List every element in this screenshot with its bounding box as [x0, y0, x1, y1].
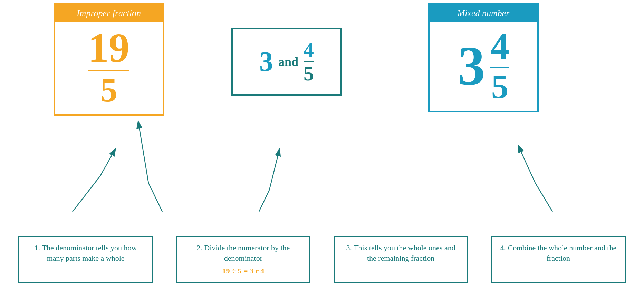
- mixed-number-card: Mixed number 3 4 5: [428, 3, 539, 112]
- middle-denominator: 5: [304, 63, 314, 84]
- mixed-denominator: 5: [491, 69, 509, 104]
- middle-and-text: and: [278, 55, 298, 69]
- annotation-3: 3. This tells you the whole ones and the…: [334, 236, 468, 283]
- annotation-1: 1. The denominator tells you how many pa…: [18, 236, 153, 283]
- middle-fraction-display: 4 5: [304, 39, 314, 84]
- main-container: Improper fraction 19 5 3 and 4 5 Mixed n…: [0, 0, 644, 290]
- annotation-1-text: 1. The denominator tells you how many pa…: [35, 243, 137, 263]
- mixed-numerator: 4: [490, 27, 509, 65]
- improper-denominator: 5: [100, 73, 117, 107]
- annotation-4: 4. Combine the whole number and the frac…: [491, 236, 626, 283]
- improper-numerator: 19: [88, 27, 129, 69]
- mixed-whole-number: 3: [458, 38, 485, 93]
- mixed-fraction-display: 4 5: [490, 27, 509, 104]
- improper-card-header: Improper fraction: [55, 5, 163, 22]
- middle-numerator: 4: [304, 39, 314, 60]
- annotation-2-text: 2. Divide the numerator by the denominat…: [196, 243, 290, 263]
- annotation-4-text: 4. Combine the whole number and the frac…: [500, 243, 617, 263]
- middle-box: 3 and 4 5: [231, 28, 342, 96]
- middle-content: 3 and 4 5: [259, 39, 314, 84]
- improper-fraction-card: Improper fraction 19 5: [54, 3, 164, 116]
- mixed-card-header: Mixed number: [430, 5, 537, 22]
- mixed-card-body: 3 4 5: [430, 22, 537, 111]
- annotation-boxes: 1. The denominator tells you how many pa…: [0, 236, 644, 283]
- annotation-2: 2. Divide the numerator by the denominat…: [176, 236, 310, 283]
- annotation-2-equation: 19 ÷ 5 = 3 r 4: [184, 266, 302, 277]
- improper-card-body: 19 5: [55, 22, 163, 114]
- improper-fraction-display: 19 5: [88, 27, 129, 107]
- middle-whole-number: 3: [259, 46, 273, 77]
- annotation-3-text: 3. This tells you the whole ones and the…: [346, 243, 455, 263]
